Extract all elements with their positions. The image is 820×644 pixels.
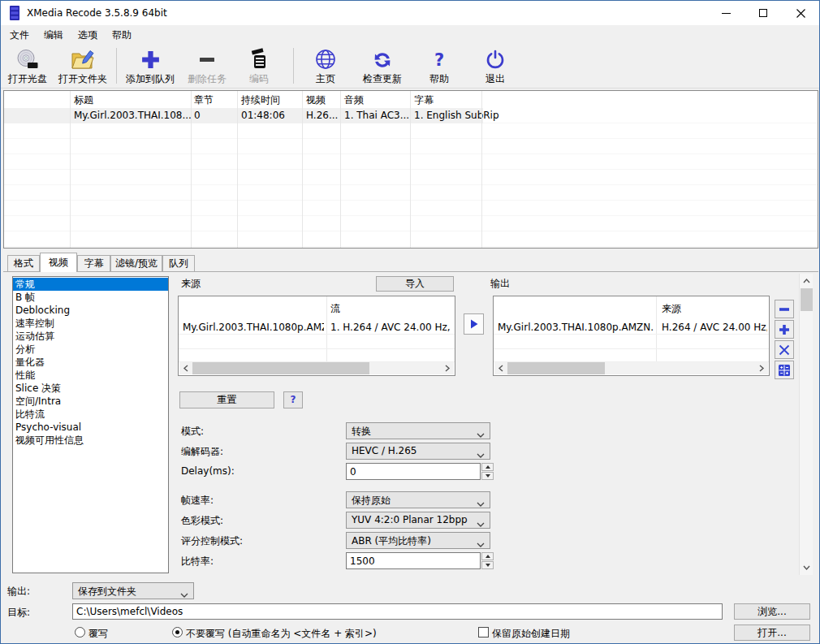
framerate-select[interactable]: 保持原始 bbox=[346, 491, 490, 508]
scrollbar-thumb[interactable] bbox=[801, 288, 813, 311]
output-table[interactable]: 来源 My.Girl.2003.THAI.1080p.AMZN.WE... H.… bbox=[493, 296, 770, 376]
mode-select[interactable]: 转换 bbox=[346, 422, 490, 439]
scroll-left-icon[interactable] bbox=[179, 362, 192, 374]
sidebar-item-general[interactable]: 常规 bbox=[13, 278, 168, 291]
menu-file[interactable]: 文件 bbox=[2, 25, 37, 43]
column-header-subtitle[interactable]: 字幕 bbox=[414, 93, 434, 107]
sidebar-item-deblocking[interactable]: Deblocking bbox=[13, 304, 168, 317]
scrollbar-thumb[interactable] bbox=[192, 362, 369, 374]
column-header-duration[interactable]: 持续时间 bbox=[241, 93, 280, 107]
matrix-settings-button[interactable] bbox=[775, 361, 794, 379]
column-header-audio[interactable]: 音频 bbox=[344, 93, 364, 107]
minimize-button[interactable] bbox=[707, 1, 744, 25]
sidebar-item-bframes[interactable]: B 帧 bbox=[13, 291, 168, 304]
bitrate-input[interactable] bbox=[346, 552, 481, 569]
keep-date-checkbox-label[interactable]: 保留原始创建日期 bbox=[492, 627, 570, 641]
scroll-left-icon[interactable] bbox=[494, 362, 507, 374]
reset-button[interactable]: 重置 bbox=[179, 391, 274, 408]
tab-queue[interactable]: 队列 bbox=[162, 255, 195, 272]
check-update-button[interactable]: 检查更新 bbox=[358, 45, 407, 86]
delete-task-button[interactable]: 删除任务 bbox=[183, 45, 231, 86]
maximize-button[interactable] bbox=[744, 1, 782, 25]
chevron-down-icon bbox=[477, 538, 485, 550]
sidebar-item-vui[interactable]: 视频可用性信息 bbox=[13, 434, 168, 447]
window-title: XMedia Recode 3.5.8.9 64bit bbox=[27, 7, 167, 19]
scroll-right-icon[interactable] bbox=[442, 362, 454, 374]
sidebar-item-performance[interactable]: 性能 bbox=[13, 369, 168, 382]
tab-subtitle[interactable]: 字幕 bbox=[77, 255, 110, 272]
sidebar-item-spatial-intra[interactable]: 空间/Intra bbox=[13, 395, 168, 408]
home-button[interactable]: 主页 bbox=[303, 45, 348, 86]
form-help-button[interactable]: ? bbox=[283, 391, 303, 408]
video-tab-page: 常规 B 帧 Deblocking 速率控制 运动估算 分析 量化器 性能 Sl… bbox=[3, 271, 818, 576]
source-file-cell: My.Girl.2003.THAI.1080p.AMZN.... bbox=[183, 322, 324, 333]
apply-stream-button[interactable] bbox=[464, 313, 484, 335]
help-button[interactable]: ? 帮助 bbox=[416, 45, 462, 86]
sidebar-item-psycho-visual[interactable]: Psycho-visual bbox=[13, 421, 168, 434]
play-icon bbox=[469, 318, 479, 330]
exit-button[interactable]: 退出 bbox=[473, 45, 518, 86]
home-label: 主页 bbox=[303, 72, 348, 86]
source-horizontal-scrollbar[interactable] bbox=[179, 362, 454, 374]
tab-video[interactable]: 视频 bbox=[40, 253, 77, 272]
scroll-up-icon[interactable] bbox=[800, 274, 814, 287]
open-button[interactable]: 打开... bbox=[734, 625, 810, 641]
remove-output-button[interactable] bbox=[775, 300, 794, 318]
open-folder-button[interactable]: 打开文件夹 bbox=[54, 45, 111, 86]
minimize-icon bbox=[722, 13, 731, 14]
encode-button[interactable]: 编码 bbox=[236, 45, 282, 86]
color-mode-select[interactable]: YUV 4:2:0 Planar 12bpp bbox=[346, 512, 490, 529]
target-path-input[interactable] bbox=[72, 603, 723, 620]
sidebar-item-slice-decision[interactable]: Slice 决策 bbox=[13, 382, 168, 395]
sidebar-item-rate-control[interactable]: 速率控制 bbox=[13, 317, 168, 330]
add-output-button[interactable] bbox=[775, 320, 794, 339]
sidebar-item-analysis[interactable]: 分析 bbox=[13, 343, 168, 356]
sidebar-item-motion-estimation[interactable]: 运动估算 bbox=[13, 330, 168, 343]
rate-control-select[interactable]: ABR (平均比特率) bbox=[346, 532, 490, 549]
open-disc-button[interactable]: 打开光盘 bbox=[1, 45, 54, 86]
tab-format[interactable]: 格式 bbox=[7, 255, 40, 272]
delay-label: Delay(ms): bbox=[181, 465, 235, 477]
delay-spinner bbox=[346, 463, 494, 480]
scroll-right-icon[interactable] bbox=[756, 362, 768, 374]
overwrite-radio[interactable] bbox=[75, 627, 85, 638]
overwrite-radio-label[interactable]: 覆写 bbox=[88, 627, 108, 641]
scrollbar-thumb[interactable] bbox=[507, 362, 605, 374]
codec-select[interactable]: HEVC / H.265 bbox=[346, 443, 490, 460]
source-table[interactable]: 流 My.Girl.2003.THAI.1080p.AMZN.... 1. H.… bbox=[178, 296, 455, 376]
import-button[interactable]: 导入 bbox=[376, 276, 454, 292]
file-list-gridlines bbox=[4, 108, 818, 248]
close-button[interactable] bbox=[782, 1, 819, 25]
clear-output-button[interactable] bbox=[775, 340, 794, 359]
cross-icon bbox=[778, 344, 791, 357]
browse-button[interactable]: 浏览... bbox=[734, 603, 810, 620]
add-to-queue-button[interactable]: 添加到队列 bbox=[121, 45, 179, 86]
open-disc-label: 打开光盘 bbox=[1, 72, 54, 86]
menu-edit[interactable]: 编辑 bbox=[37, 25, 71, 43]
tab-filter-preview[interactable]: 滤镜/预览 bbox=[110, 255, 162, 272]
folder-edit-icon bbox=[54, 45, 111, 71]
column-header-title[interactable]: 标题 bbox=[74, 93, 93, 107]
menu-help[interactable]: 帮助 bbox=[105, 25, 139, 43]
column-header-video[interactable]: 视频 bbox=[306, 93, 326, 107]
delay-input[interactable] bbox=[346, 463, 481, 480]
title-bar[interactable]: XMedia Recode 3.5.8.9 64bit bbox=[1, 1, 819, 25]
no-overwrite-radio[interactable] bbox=[172, 627, 183, 638]
column-header-chapter[interactable]: 章节 bbox=[194, 93, 214, 107]
sidebar-item-bitstream[interactable]: 比特流 bbox=[13, 408, 168, 421]
column-divider bbox=[326, 296, 327, 362]
table-row[interactable]: My.Girl.2003.THAI.108... 0 01:48:06 H.26… bbox=[4, 108, 483, 123]
output-mode-select[interactable]: 保存到文件夹 bbox=[72, 582, 194, 599]
matrix-grid-icon bbox=[778, 364, 791, 377]
spin-down-icon[interactable] bbox=[481, 472, 494, 480]
no-overwrite-radio-label[interactable]: 不要覆写 (自动重命名为 <文件名 + 索引>) bbox=[186, 627, 377, 641]
sidebar-item-quantizer[interactable]: 量化器 bbox=[13, 356, 168, 369]
output-horizontal-scrollbar[interactable] bbox=[494, 362, 768, 374]
menu-options[interactable]: 选项 bbox=[71, 25, 105, 43]
spin-down-icon[interactable] bbox=[481, 561, 494, 569]
spin-up-icon[interactable] bbox=[481, 463, 494, 471]
spin-up-icon[interactable] bbox=[481, 552, 494, 560]
scroll-down-icon[interactable] bbox=[800, 561, 814, 575]
page-vertical-scrollbar[interactable] bbox=[799, 274, 813, 575]
keep-date-checkbox[interactable] bbox=[478, 627, 489, 638]
